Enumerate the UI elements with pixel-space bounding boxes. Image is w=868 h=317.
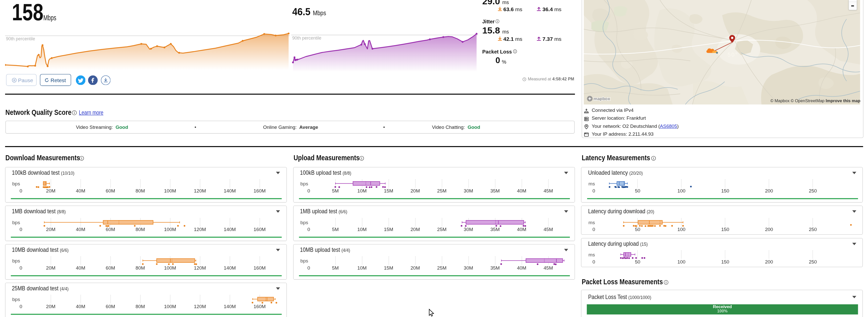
svg-text:mapbox: mapbox — [593, 96, 610, 101]
svg-text:90th percentile: 90th percentile — [292, 36, 321, 41]
svg-text:50°: 50° — [727, 51, 738, 58]
svg-text:90th percentile: 90th percentile — [6, 36, 35, 41]
